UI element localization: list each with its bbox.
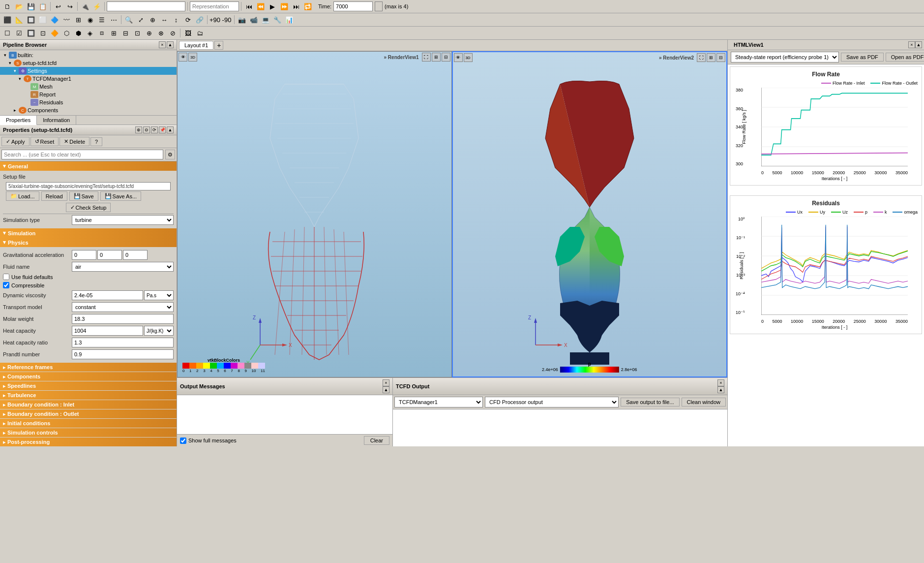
sim-type-select[interactable]: turbine (72, 215, 174, 225)
tb2-btn20[interactable]: 📷 (237, 14, 247, 25)
rv1-btn3[interactable]: ⊟ (442, 53, 450, 62)
grav-x-input[interactable] (72, 250, 96, 260)
clean-window-btn[interactable]: Clean window (682, 398, 726, 407)
speedlines-section[interactable]: ▸ Speedlines (0, 381, 177, 390)
tb3-btn5[interactable]: 🔶 (49, 28, 60, 38)
tb2-btn21[interactable]: 📹 (248, 14, 259, 25)
molar-input[interactable] (72, 314, 174, 324)
general-section-header[interactable]: ▾ General (0, 161, 177, 171)
tb2-btn2[interactable]: 📐 (14, 14, 25, 25)
right-panel-close-btn[interactable]: × (908, 41, 915, 48)
rv1-3d-btn[interactable]: 3D (188, 53, 197, 62)
save-output-btn[interactable]: Save output to file... (621, 398, 679, 407)
tb2-btn23[interactable]: 🔧 (272, 14, 283, 25)
play-btn[interactable]: ▶ (267, 1, 278, 12)
open-pdf-btn[interactable]: Open as PDF (886, 53, 924, 62)
pipeline-close-btn[interactable]: × (159, 41, 166, 48)
tree-item-setup[interactable]: ▾ S setup-tcfd.tcfd (0, 59, 177, 67)
connect-btn[interactable]: 🔌 (80, 1, 90, 12)
tb3-btn7[interactable]: ⬢ (73, 28, 84, 38)
filter-input[interactable] (107, 1, 185, 11)
redo-btn[interactable]: ↪ (64, 1, 75, 12)
load-btn[interactable]: 📁 Load... (6, 191, 39, 201)
turbulence-section[interactable]: ▸ Turbulence (0, 391, 177, 400)
grav-y-input[interactable] (97, 250, 122, 260)
last-frame-btn[interactable]: ⏭ (291, 1, 301, 12)
tb3-btn12[interactable]: ⊡ (132, 28, 143, 38)
help-button[interactable]: ? (90, 137, 102, 146)
post-processing-section[interactable]: ▸ Post-processing (0, 438, 177, 446)
search-settings-btn[interactable]: ⚙ (165, 150, 175, 159)
bc-outlet-section[interactable]: ▸ Boundary condition : Outlet (0, 409, 177, 418)
tb3-btn9[interactable]: ⧈ (96, 28, 107, 38)
save-btn[interactable]: 💾 (26, 1, 36, 12)
save-pdf-btn[interactable]: Save as PDF (841, 53, 884, 62)
tb2-btn18[interactable]: +90 (209, 14, 220, 25)
tree-item-residuals[interactable]: ~ Residuals (0, 98, 177, 106)
save-as-btn[interactable]: 💾 Save As... (100, 191, 142, 201)
tb3-btn1[interactable]: ☐ (2, 28, 13, 38)
reset-button[interactable]: ↺ Reset (30, 137, 59, 146)
time-spinner[interactable] (375, 1, 383, 11)
tree-item-manager[interactable]: ▾ T TCFDManager1 (0, 75, 177, 83)
tb2-btn6[interactable]: 〰 (61, 14, 72, 25)
tcfd-expand-btn[interactable]: ▲ (717, 386, 724, 393)
clear-button[interactable]: Clear (364, 436, 389, 445)
rv2-3d-btn[interactable]: 3D (464, 53, 473, 62)
compressible-checkbox[interactable] (3, 282, 9, 288)
tb2-btn5[interactable]: 🔷 (49, 14, 60, 25)
layout-tab[interactable]: Layout #1 (179, 41, 213, 50)
pipeline-expand-btn[interactable]: ▲ (167, 41, 174, 48)
ref-frames-section[interactable]: ▸ Reference frames (0, 363, 177, 372)
tb3-btn14[interactable]: ⊗ (155, 28, 166, 38)
tb2-btn10[interactable]: ⋯ (108, 14, 119, 25)
tb3-btn17[interactable]: 🗂 (194, 28, 205, 38)
tree-item-components[interactable]: ▸ C Components (0, 106, 177, 114)
tb3-btn2[interactable]: ☑ (14, 28, 25, 38)
tb2-btn8[interactable]: ◉ (85, 14, 95, 25)
tb2-btn1[interactable]: ⬛ (2, 14, 13, 25)
prop-btn-a[interactable]: ⊕ (135, 126, 142, 133)
save-file-btn[interactable]: 💾 Save (69, 191, 98, 201)
tcfd-manager-select[interactable]: TCFDManager1 (394, 397, 483, 407)
tb3-btn16[interactable]: 🖼 (182, 28, 193, 38)
undo-btn[interactable]: ↩ (53, 1, 63, 12)
tb2-btn24[interactable]: 📊 (284, 14, 295, 25)
tb3-btn13[interactable]: ⊕ (144, 28, 154, 38)
dyn-visc-input[interactable] (72, 290, 143, 300)
tcfd-processor-select[interactable]: CFD Processor output (485, 397, 619, 407)
prev-frame-btn[interactable]: ⏪ (255, 1, 266, 12)
bc-inlet-section[interactable]: ▸ Boundary condition : Inlet (0, 400, 177, 409)
tb3-btn11[interactable]: ⊟ (120, 28, 131, 38)
report-select[interactable]: Steady-state report (efficiency probe 1) (731, 52, 839, 63)
tb2-btn14[interactable]: ↔ (159, 14, 170, 25)
tb2-btn12[interactable]: ⤢ (135, 14, 146, 25)
grav-z-input[interactable] (123, 250, 148, 260)
tcfd-close-btn[interactable]: × (717, 379, 724, 386)
tb3-btn10[interactable]: ⊞ (108, 28, 119, 38)
render-view-2[interactable]: 👁 3D » RenderView2 ⛶ ⊞ ⊟ (452, 51, 728, 377)
reload-btn[interactable]: Reload (41, 191, 67, 201)
prop-close-btn[interactable]: ▲ (167, 126, 174, 133)
initial-cond-section[interactable]: ▸ Initial conditions (0, 419, 177, 428)
tb3-btn3[interactable]: 🔲 (26, 28, 36, 38)
prop-btn-d[interactable]: 📌 (159, 126, 166, 133)
apply-button[interactable]: ✓ Apply (1, 137, 30, 146)
tb2-btn11[interactable]: 🔍 (123, 14, 134, 25)
rv1-btn2[interactable]: ⊞ (432, 53, 441, 62)
right-panel-expand-btn[interactable]: ▲ (915, 41, 922, 48)
output-close-btn[interactable]: × (383, 379, 389, 386)
delete-button[interactable]: ✕ Delete (60, 137, 89, 146)
check-setup-btn[interactable]: ✓ Check Setup (66, 203, 111, 212)
dyn-visc-unit-select[interactable]: Pa.s (144, 290, 174, 300)
tb2-btn15[interactable]: ↕ (171, 14, 181, 25)
rv2-btn1[interactable]: ⛶ (697, 53, 706, 62)
tb3-btn6[interactable]: ⬡ (61, 28, 72, 38)
rv1-eye-btn[interactable]: 👁 (179, 53, 187, 62)
physics-section-header[interactable]: ▾ Physics (0, 238, 177, 247)
tb3-btn15[interactable]: ⊘ (167, 28, 178, 38)
rv2-btn3[interactable]: ⊟ (716, 53, 725, 62)
save-state-btn[interactable]: 📋 (37, 1, 48, 12)
render-view-1[interactable]: 👁 3D » RenderView1 ⛶ ⊞ ⊟ (177, 51, 452, 377)
transport-select[interactable]: constant (72, 302, 174, 312)
